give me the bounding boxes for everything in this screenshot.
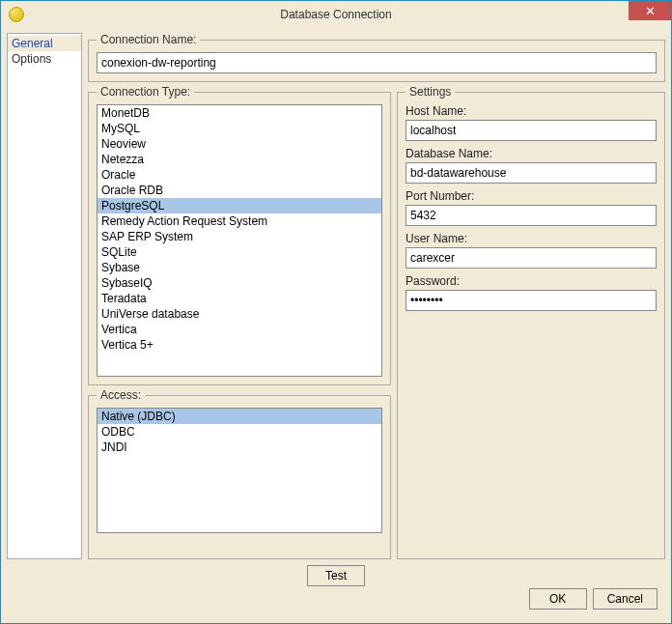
password-label: Password: [406, 274, 657, 288]
two-column-area: Connection Type: MonetDBMySQLNeoviewNete… [88, 85, 665, 559]
sidebar-item-general[interactable]: General [8, 36, 81, 51]
list-item[interactable]: Oracle RDB [98, 183, 381, 198]
list-item[interactable]: SQLite [98, 244, 381, 260]
cancel-button[interactable]: Cancel [593, 588, 658, 610]
titlebar: Database Connection ✕ [1, 1, 671, 28]
content-row: General Options Connection Name: Connect… [7, 33, 665, 559]
ok-button[interactable]: OK [529, 588, 587, 610]
window-title: Database Connection [1, 8, 671, 21]
list-item[interactable]: PostgreSQL [98, 198, 381, 213]
connection-type-listbox[interactable]: MonetDBMySQLNeoviewNetezzaOracleOracle R… [97, 104, 382, 377]
test-button[interactable]: Test [307, 565, 365, 586]
list-item[interactable]: Sybase [98, 260, 381, 275]
footer-buttons: OK Cancel [529, 588, 658, 610]
connection-type-group: Connection Type: MonetDBMySQLNeoviewNete… [88, 85, 391, 385]
list-item[interactable]: MySQL [98, 121, 381, 136]
test-button-row: Test [7, 565, 665, 586]
connection-name-input[interactable] [97, 52, 657, 73]
close-icon: ✕ [645, 4, 656, 18]
main-panel: Connection Name: Connection Type: MonetD… [88, 33, 665, 559]
sidebar-item-label: Options [12, 52, 51, 66]
user-name-input[interactable] [406, 247, 657, 269]
database-name-input[interactable] [406, 162, 657, 184]
list-item[interactable]: Remedy Action Request System [98, 213, 381, 229]
port-number-input[interactable] [406, 205, 657, 226]
list-item[interactable]: SybaseIQ [98, 275, 381, 291]
list-item[interactable]: Oracle [98, 167, 381, 183]
list-item[interactable]: Vertica [98, 322, 381, 337]
database-name-label: Database Name: [406, 147, 657, 160]
host-name-input[interactable] [406, 120, 657, 141]
list-item[interactable]: UniVerse database [98, 306, 381, 322]
list-item[interactable]: Netezza [98, 152, 381, 167]
list-item[interactable]: Teradata [98, 291, 381, 306]
list-item[interactable]: Native (JDBC) [98, 409, 381, 424]
access-group: Access: Native (JDBC)ODBCJNDI [88, 388, 391, 559]
connection-name-label: Connection Name: [97, 33, 200, 46]
right-column: Settings Host Name: Database Name: Port … [397, 85, 665, 559]
list-item[interactable]: SAP ERP System [98, 229, 381, 244]
close-button[interactable]: ✕ [629, 1, 671, 20]
dialog-body: General Options Connection Name: Connect… [7, 33, 665, 617]
list-item[interactable]: JNDI [98, 440, 381, 455]
sidebar: General Options [7, 33, 82, 559]
app-icon [9, 7, 24, 22]
list-item[interactable]: ODBC [98, 424, 381, 440]
sidebar-item-options[interactable]: Options [8, 51, 81, 67]
settings-legend: Settings [406, 85, 455, 99]
settings-group: Settings Host Name: Database Name: Port … [397, 85, 665, 559]
password-input[interactable] [406, 290, 657, 311]
user-name-label: User Name: [406, 232, 657, 245]
list-item[interactable]: Vertica 5+ [98, 337, 381, 353]
connection-name-group: Connection Name: [88, 33, 665, 82]
connection-type-label: Connection Type: [97, 85, 194, 99]
port-number-label: Port Number: [406, 189, 657, 203]
list-item[interactable]: MonetDB [98, 105, 381, 121]
host-name-label: Host Name: [406, 104, 657, 118]
access-label: Access: [97, 388, 145, 402]
dialog-window: Database Connection ✕ General Options Co… [0, 0, 672, 624]
sidebar-item-label: General [12, 37, 53, 50]
access-listbox[interactable]: Native (JDBC)ODBCJNDI [97, 408, 382, 533]
list-item[interactable]: Neoview [98, 136, 381, 152]
left-column: Connection Type: MonetDBMySQLNeoviewNete… [88, 85, 391, 559]
